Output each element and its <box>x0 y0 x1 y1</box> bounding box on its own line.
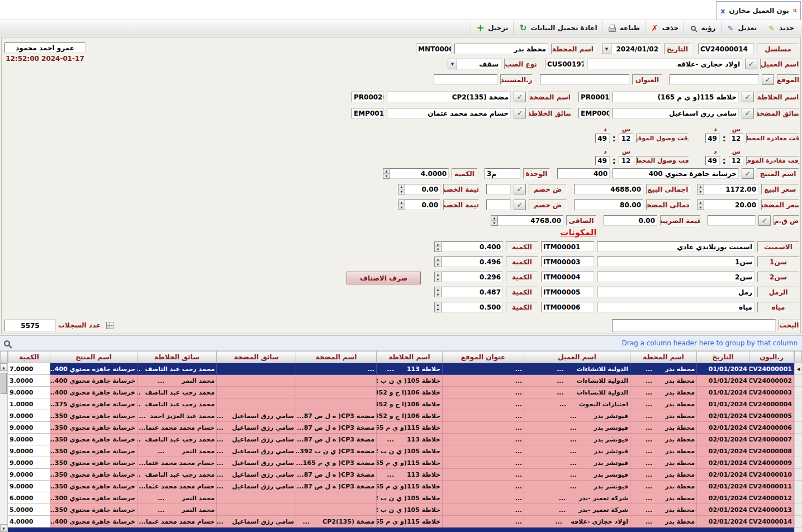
grid-cell-client[interactable]: شركة تعمير -بدر ... <box>524 492 630 504</box>
grid-row-CV24000011[interactable]: 9.0000خرسانة جاهزة محتوي 350...حسام محمد… <box>8 481 794 492</box>
spinner-arrows[interactable]: ▲▼ <box>491 215 498 226</box>
component-code-4[interactable]: ITM00006 <box>541 302 594 312</box>
grid-row-CV24000009[interactable]: 9.0000خرسانة جاهزة محتوي 350...حسام محمد… <box>8 457 794 469</box>
product-lookup-button[interactable]: ✓ <box>742 168 754 179</box>
grid-cell-client[interactable]: فيوتشر بدر ... <box>524 422 630 434</box>
spinner-arrows[interactable]: ▲▼ <box>434 256 442 267</box>
product-value[interactable]: خرسانة جاهزة محتوي 400 <box>613 168 739 179</box>
grid-column-header-date[interactable]: التاريخ <box>697 351 749 363</box>
component-qty-stepper[interactable]: ▲▼ 0.400 <box>434 241 503 252</box>
grid-column-header-product[interactable]: اسم المنتج <box>50 351 137 363</box>
grid-cell-pump[interactable] <box>296 398 377 410</box>
grid-cell-client[interactable]: فيوتشر بدر ... <box>524 481 630 492</box>
pour-type-combo[interactable]: ▼ سقف <box>448 59 501 69</box>
grid-cell-bon[interactable]: CV24000003 <box>749 387 794 398</box>
component-name-1[interactable]: سن1 <box>597 256 754 267</box>
grid-column-header-mixer[interactable]: اسم الخلاطة <box>377 351 443 363</box>
grid-cell-bon[interactable]: CV24000002 <box>749 375 794 387</box>
grid-cell-mixer[interactable]: خلاطة 115(و ي م 165) ... <box>377 481 443 492</box>
grid-cell-client[interactable]: الدولية للانشاءات ... <box>524 387 630 398</box>
grid-cell-site[interactable]: ... <box>443 422 524 434</box>
grid-cell-mixer_driver[interactable]: محمد عبد العزيز احمد ... <box>137 410 217 422</box>
customer-value[interactable]: اولاد حجازي -علاقه <box>587 59 742 69</box>
component-code-0[interactable]: ITM00001 <box>541 241 594 252</box>
grid-cell-pump_driver[interactable]: سامي رزق اسماعيل ... <box>217 434 296 445</box>
grid-cell-pump_driver[interactable]: سامي رزق اسماعيل ... <box>217 457 296 469</box>
grid-cell-mixer_driver[interactable]: محمد رجب عبد الناصف ... <box>137 363 217 375</box>
tab-close-button[interactable]: x <box>720 7 725 15</box>
doc-no-value[interactable] <box>434 74 497 85</box>
grid-cell-station[interactable]: محطة بدر ... <box>630 398 697 410</box>
grid-cell-bon[interactable]: CV24000013 <box>749 504 794 516</box>
grid-column-header-pump_driver[interactable]: سائق المضخة <box>217 351 296 363</box>
grid-cell-product[interactable]: خرسانة جاهزة محتوي 400... <box>50 387 137 398</box>
grid-cell-date[interactable]: 01/01/2024 <box>697 363 749 375</box>
grid-column-header-client[interactable]: اسم العميل <box>524 351 630 363</box>
date-combo[interactable]: ▼ 2024/01/02 <box>602 44 661 54</box>
spinner-arrows[interactable]: ▲▼ <box>383 168 390 179</box>
grid-cell-mixer_driver[interactable]: حسام محمد محمد عثما... <box>137 516 217 528</box>
grid-cell-pump_driver[interactable] <box>217 504 296 516</box>
grid-cell-station[interactable]: محطة بدر ... <box>630 422 697 434</box>
grid-cell-station[interactable]: محطة بدر ... <box>630 375 697 387</box>
unit-value[interactable]: م3 <box>485 168 520 179</box>
pump-value[interactable]: مضخة CP2(135) <box>387 92 511 102</box>
grid-cell-mixer_driver[interactable]: محمد النمر ... <box>137 445 217 457</box>
mixer-lookup-button[interactable]: ✓ <box>742 92 754 102</box>
grid-cell-pump[interactable]: مضخة CP3( ه ل ص 87... <box>296 469 377 481</box>
grid-row-CV24000002[interactable]: 3.0000خرسانة جاهزة محتوي 400...محمد النم… <box>8 375 794 387</box>
grid-cell-qty[interactable]: 9.0000 <box>8 387 50 398</box>
grid-cell-mixer_driver[interactable]: حسام محمد محمد عثما... <box>137 422 217 434</box>
grid-cell-pump_driver[interactable]: سامي رزق اسماعيل ... <box>217 422 296 434</box>
grid-cell-pump[interactable]: مضخة CP3( ه ل ص 87... <box>296 410 377 422</box>
grid-cell-pump[interactable]: مضخة CP3( ه ل ص 87... <box>296 481 377 492</box>
grid-cell-pump_driver[interactable]: سامي رزق اسماعيل ... <box>217 516 296 528</box>
grid-cell-bon[interactable]: CV24000008 <box>749 445 794 457</box>
grid-cell-pump_driver[interactable] <box>217 375 296 387</box>
grid-cell-mixer[interactable]: خلاطة 113 ... <box>377 434 443 445</box>
grid-cell-station[interactable]: محطة بدر ... <box>630 504 697 516</box>
grid-column-header-pump[interactable]: اسم المضخة <box>296 351 377 363</box>
grid-cell-pump[interactable]: مضخة CP3( و ي م 165... <box>296 457 377 469</box>
site-lookup-button[interactable]: ✓ <box>762 74 774 85</box>
grid-cell-station[interactable]: محطة بدر ... <box>630 469 697 481</box>
grid-cell-site[interactable]: ... <box>443 492 524 504</box>
grid-cell-qty[interactable]: 1.0000 <box>8 398 50 410</box>
grid-cell-date[interactable]: 02/01/2024 <box>697 422 749 434</box>
grid-cell-product[interactable]: خرسانة جاهزة محتوي 350... <box>50 504 137 516</box>
grid-cell-qty[interactable]: 9.0000 <box>8 410 50 422</box>
grid-cell-mixer[interactable]: خلاطة 106(ا ج و 8352) ... <box>377 387 443 398</box>
station-value[interactable]: محطة بدر <box>454 44 548 54</box>
component-name-0[interactable]: اسمنت بورتلاندي عادي <box>597 241 754 252</box>
grid-cell-pump_driver[interactable]: سامي رزق اسماعيل ... <box>217 410 296 422</box>
grid-cell-product[interactable]: خرسانة جاهزة محتوي 350... <box>50 445 137 457</box>
hour-value[interactable]: 12 <box>619 156 633 165</box>
toolbar-button-new[interactable]: جديد <box>762 21 799 35</box>
grid-cell-date[interactable]: 02/01/2024 <box>697 481 749 492</box>
mixer-driver-code[interactable]: EMP00149 <box>352 108 384 118</box>
grid-cell-pump_driver[interactable] <box>217 387 296 398</box>
grid-cell-mixer[interactable]: خلاطة 105( ي ن ب 392... <box>377 445 443 457</box>
grid-cell-bon[interactable]: CV24000011 <box>749 481 794 492</box>
spinner-arrows[interactable]: ▲▼ <box>434 287 442 297</box>
spinner-arrows[interactable]: ▲▼ <box>697 200 704 210</box>
grid-cell-date[interactable]: 02/01/2024 <box>697 492 749 504</box>
grid-cell-pump[interactable]: مضخة CP2(135) ... <box>296 516 377 528</box>
spinner-arrows[interactable]: ▲▼ <box>434 241 442 252</box>
toolbar-button-post[interactable]: ترحيل <box>471 21 513 35</box>
pump-driver-lookup-button[interactable]: ✓ <box>742 108 754 118</box>
grid-cell-site[interactable]: ... <box>443 398 524 410</box>
hour-value[interactable]: 12 <box>729 134 743 143</box>
grid-cell-product[interactable]: خرسانة جاهزة محتوي 350... <box>50 422 137 434</box>
pump-driver-code[interactable]: EMP00032 <box>578 108 610 118</box>
spinner-arrows[interactable]: ▲▼ <box>434 302 442 312</box>
grid-cell-bon[interactable]: CV24000010 <box>749 469 794 481</box>
grid-row-CV24000008[interactable]: 9.0000خرسانة جاهزة محتوي 350...محمد النم… <box>8 445 794 457</box>
grid-cell-mixer[interactable]: خلاطة 113 ... <box>377 469 443 481</box>
customer-lookup-button[interactable]: ✓ <box>745 59 757 69</box>
component-code-3[interactable]: ITM00005 <box>541 287 594 297</box>
pump-discount-stepper[interactable]: ▲▼ 0.00 <box>398 200 440 210</box>
grid-cell-bon[interactable]: CV24000012 <box>749 492 794 504</box>
vat-value[interactable]: 0.00 <box>604 215 657 226</box>
grid-cell-mixer[interactable]: خلاطة 105( ي ن ب 392... <box>377 375 443 387</box>
